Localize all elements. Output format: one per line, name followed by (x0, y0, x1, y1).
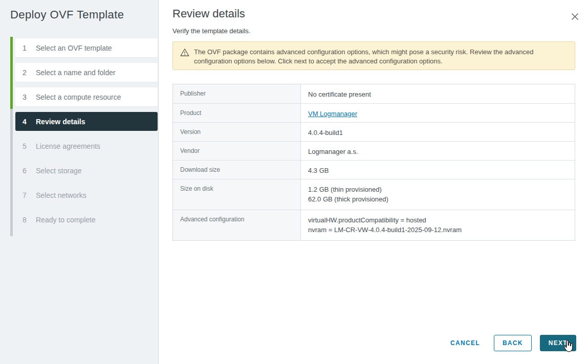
step-label: Select a name and folder (36, 69, 116, 77)
row-value: No certificate present (301, 84, 575, 103)
step-label: Review details (36, 118, 85, 126)
wizard-steps: 1 Select an OVF template 2 Select a name… (15, 38, 158, 235)
table-row-size-on-disk: Size on disk 1.2 GB (thin provisioned) 6… (173, 179, 575, 210)
row-value: VM Logmanager (301, 104, 575, 122)
step-select-ovf-template[interactable]: 1 Select an OVF template (15, 38, 158, 57)
step-select-storage: 6 Select storage (15, 161, 158, 180)
row-label: Download size (173, 161, 301, 179)
progress-rail-completed (10, 37, 13, 109)
step-license-agreements: 5 License agreements (15, 136, 158, 155)
product-link[interactable]: VM Logmanager (308, 110, 357, 118)
table-row-download-size: Download size 4.3 GB (173, 160, 575, 179)
page-title: Review details (172, 7, 245, 20)
row-value: 4.3 GB (301, 161, 575, 179)
advanced-config-line-1: virtualHW.productCompatibility = hosted (308, 215, 570, 225)
step-number: 8 (23, 216, 30, 224)
step-number: 3 (23, 93, 30, 101)
step-select-compute-resource[interactable]: 3 Select a compute resource (15, 87, 158, 106)
close-icon[interactable] (569, 11, 580, 22)
step-review-details[interactable]: 4 Review details (15, 112, 158, 131)
step-select-networks: 7 Select networks (15, 186, 158, 204)
row-label: Vendor (173, 142, 301, 160)
progress-rail-pending (10, 109, 13, 236)
row-value: 4.0.4-build1 (301, 123, 575, 141)
step-label: Ready to complete (36, 216, 96, 224)
size-thin-provisioned: 1.2 GB (thin provisioned) (308, 185, 570, 194)
step-ready-to-complete: 8 Ready to complete (15, 210, 158, 229)
template-details-table: Publisher No certificate present Product… (172, 84, 575, 241)
wizard-title: Deploy OVF Template (10, 8, 124, 21)
back-button[interactable]: BACK (494, 335, 532, 351)
step-label: Select storage (36, 167, 82, 175)
close-icon-glyph (571, 13, 579, 20)
step-select-name-folder[interactable]: 2 Select a name and folder (15, 63, 158, 82)
deploy-ovf-template-dialog: Deploy OVF Template 1 Select an OVF temp… (0, 0, 588, 364)
warning-text: The OVF package contains advanced config… (194, 42, 575, 66)
step-label: Select networks (36, 191, 86, 199)
row-label: Size on disk (173, 179, 301, 210)
table-row-publisher: Publisher No certificate present (173, 84, 575, 103)
next-button-label: NEXT (549, 339, 568, 347)
advanced-config-line-2: nvram = LM-CR-VW-4.0.4-build1-2025-09-12… (308, 225, 570, 235)
row-value: virtualHW.productCompatibility = hosted … (301, 210, 575, 240)
size-thick-provisioned: 62.0 GB (thick provisioned) (308, 194, 570, 204)
step-number: 5 (23, 142, 30, 150)
table-row-vendor: Vendor Logmanager a.s. (173, 141, 575, 160)
row-label: Publisher (173, 84, 301, 103)
step-label: Select a compute resource (36, 93, 121, 101)
row-value: Logmanager a.s. (301, 142, 575, 160)
warning-icon (180, 48, 189, 59)
table-row-advanced-configuration: Advanced configuration virtualHW.product… (173, 210, 575, 240)
row-value: 1.2 GB (thin provisioned) 62.0 GB (thick… (301, 179, 575, 210)
row-label: Product (173, 104, 301, 122)
table-row-product: Product VM Logmanager (173, 103, 575, 122)
wizard-footer: CANCEL BACK NEXT (450, 335, 576, 351)
cancel-button[interactable]: CANCEL (450, 339, 480, 347)
step-number: 7 (23, 191, 30, 199)
step-number: 1 (23, 44, 30, 52)
wizard-sidebar: Deploy OVF Template 1 Select an OVF temp… (0, 0, 159, 364)
step-label: Select an OVF template (36, 44, 112, 52)
step-label: License agreements (36, 142, 100, 150)
table-row-version: Version 4.0.4-build1 (173, 122, 575, 141)
step-number: 2 (23, 69, 30, 77)
next-button[interactable]: NEXT (540, 335, 576, 351)
warning-banner: The OVF package contains advanced config… (172, 41, 575, 70)
page-subtitle: Verify the template details. (172, 27, 250, 35)
row-label: Advanced configuration (173, 210, 301, 240)
step-number: 6 (23, 167, 30, 175)
row-label: Version (173, 123, 301, 141)
step-number: 4 (23, 118, 30, 126)
